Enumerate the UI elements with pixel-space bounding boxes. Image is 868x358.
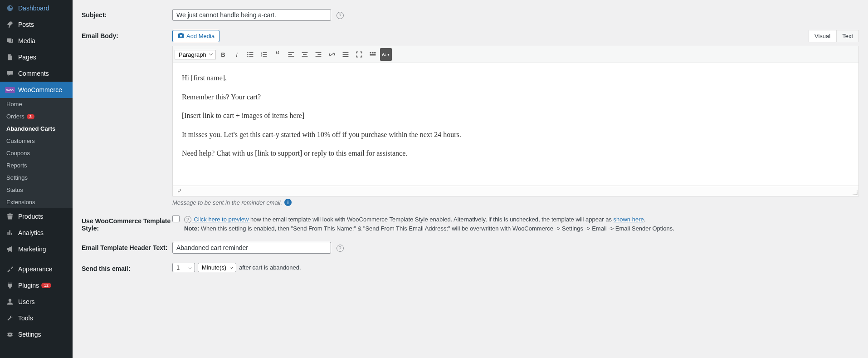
resize-handle[interactable] — [852, 190, 858, 195]
submenu-item-reports[interactable]: Reports — [0, 159, 73, 172]
submenu-item-coupons[interactable]: Coupons — [0, 147, 73, 159]
svg-rect-27 — [374, 52, 375, 53]
fullscreen-button[interactable] — [353, 48, 366, 61]
svg-rect-17 — [303, 54, 307, 55]
submenu-item-orders[interactable]: Orders3 — [0, 110, 73, 123]
submenu-item-customers[interactable]: Customers — [0, 135, 73, 147]
add-media-button[interactable]: Add Media — [172, 30, 219, 42]
sidebar-item-label: WooCommerce — [18, 86, 62, 93]
svg-rect-19 — [316, 52, 322, 53]
svg-text:3: 3 — [261, 55, 262, 58]
format-select[interactable]: Paragraph — [175, 50, 216, 59]
send-number-select[interactable]: 1 — [172, 263, 195, 272]
toolbar-toggle-button[interactable] — [366, 48, 379, 61]
sidebar-item-products[interactable]: Products — [0, 208, 73, 225]
sidebar-item-label: Products — [18, 213, 43, 220]
svg-rect-20 — [317, 54, 321, 55]
align-left-button[interactable] — [285, 48, 297, 61]
submenu-item-abandoned-carts[interactable]: Abandoned Carts — [0, 123, 73, 135]
sidebar-item-tools[interactable]: Tools — [0, 310, 73, 326]
sidebar-item-comments[interactable]: Comments — [0, 65, 73, 82]
email-body-line: Hi [first name], — [182, 72, 849, 84]
svg-rect-18 — [302, 56, 308, 57]
svg-rect-6 — [249, 56, 254, 57]
numbered-list-button[interactable]: 123 — [258, 48, 270, 61]
sidebar-item-label: Analytics — [18, 229, 44, 236]
align-right-button[interactable] — [312, 48, 325, 61]
submenu-item-extensions[interactable]: Extensions — [0, 196, 73, 208]
svg-point-5 — [247, 56, 248, 57]
help-icon[interactable]: ? — [336, 245, 344, 252]
svg-rect-4 — [249, 54, 254, 55]
woocommerce-submenu: Home Orders3 Abandoned Carts Customers C… — [0, 98, 73, 208]
sidebar-item-marketing[interactable]: Marketing — [0, 241, 73, 257]
sidebar-item-analytics[interactable]: Analytics — [0, 225, 73, 241]
send-after-text: after cart is abandoned. — [239, 264, 301, 271]
email-body-line: Need help? Chat with us [link to support… — [182, 147, 849, 159]
sidebar-item-media[interactable]: Media — [0, 33, 73, 49]
sidebar-item-appearance[interactable]: Appearance — [0, 261, 73, 277]
sidebar-item-label: Marketing — [18, 245, 46, 253]
editor-content-area[interactable]: Hi [first name], Remember this? Your car… — [173, 63, 858, 186]
email-body-line: [Insert link to cart + images of items h… — [182, 110, 849, 122]
svg-rect-28 — [370, 54, 376, 55]
help-icon[interactable]: ? — [336, 12, 344, 19]
bullet-list-button[interactable] — [244, 48, 257, 61]
sidebar-item-users[interactable]: Users — [0, 294, 73, 310]
insert-more-button[interactable] — [339, 48, 352, 61]
align-center-button[interactable] — [298, 48, 311, 61]
analytics-icon — [5, 228, 15, 237]
sidebar-item-pages[interactable]: Pages — [0, 49, 73, 65]
sidebar-item-posts[interactable]: Posts — [0, 16, 73, 33]
shown-here-link[interactable]: shown here — [614, 216, 644, 223]
italic-button[interactable]: I — [230, 48, 243, 61]
marketing-icon — [5, 245, 15, 254]
admin-sidebar: Dashboard Posts Media Pages Comments woo… — [0, 0, 73, 358]
sidebar-item-label: Pages — [18, 54, 36, 61]
svg-rect-21 — [316, 56, 322, 57]
submenu-item-status[interactable]: Status — [0, 184, 73, 196]
add-media-label: Add Media — [186, 33, 215, 39]
help-icon[interactable]: ? — [184, 216, 191, 223]
info-icon[interactable]: i — [284, 199, 292, 206]
bold-button[interactable]: B — [217, 48, 229, 61]
svg-rect-29 — [370, 55, 376, 56]
subject-input[interactable] — [172, 9, 331, 21]
users-icon — [5, 297, 15, 306]
svg-rect-12 — [263, 56, 267, 57]
editor-help-text: Message to be sent in the reminder email… — [172, 199, 282, 206]
submenu-item-home[interactable]: Home — [0, 98, 73, 110]
svg-rect-8 — [263, 52, 267, 53]
template-description: ? Click here to preview how the email te… — [184, 215, 674, 233]
note-label: Note: — [184, 225, 199, 232]
template-style-checkbox[interactable] — [172, 215, 180, 222]
pages-icon — [5, 53, 15, 62]
header-text-input[interactable] — [172, 242, 331, 254]
header-text-label: Email Template Header Text: — [82, 242, 172, 254]
tab-visual[interactable]: Visual — [809, 30, 836, 42]
sidebar-item-label: Posts — [18, 21, 34, 28]
sidebar-item-label: Settings — [18, 331, 41, 338]
blockquote-button[interactable]: “ — [271, 48, 284, 61]
tab-text[interactable]: Text — [836, 30, 859, 42]
woocommerce-icon: woo — [5, 85, 15, 94]
sidebar-item-label: Appearance — [18, 265, 53, 273]
svg-rect-25 — [370, 52, 371, 53]
sidebar-item-plugins[interactable]: Plugins 12 — [0, 277, 73, 294]
svg-point-0 — [9, 299, 11, 302]
subject-label: Subject: — [82, 9, 172, 21]
sidebar-item-dashboard[interactable]: Dashboard — [0, 0, 73, 16]
customize-button[interactable]: A↓ ▼ — [380, 48, 392, 61]
template-style-label: Use WooCommerce Template Style: — [82, 215, 172, 233]
sidebar-item-woocommerce[interactable]: woo WooCommerce — [0, 82, 73, 98]
link-button[interactable] — [326, 48, 338, 61]
submenu-item-settings[interactable]: Settings — [0, 172, 73, 184]
svg-rect-10 — [263, 54, 267, 55]
sidebar-item-label: Comments — [18, 70, 49, 77]
sidebar-item-label: Users — [18, 298, 35, 305]
svg-rect-16 — [302, 52, 308, 53]
send-unit-select[interactable]: Minute(s) — [198, 263, 236, 272]
sidebar-item-settings[interactable]: Settings — [0, 326, 73, 343]
preview-link[interactable]: Click here to preview — [192, 216, 250, 223]
editor-path: P — [177, 188, 181, 194]
